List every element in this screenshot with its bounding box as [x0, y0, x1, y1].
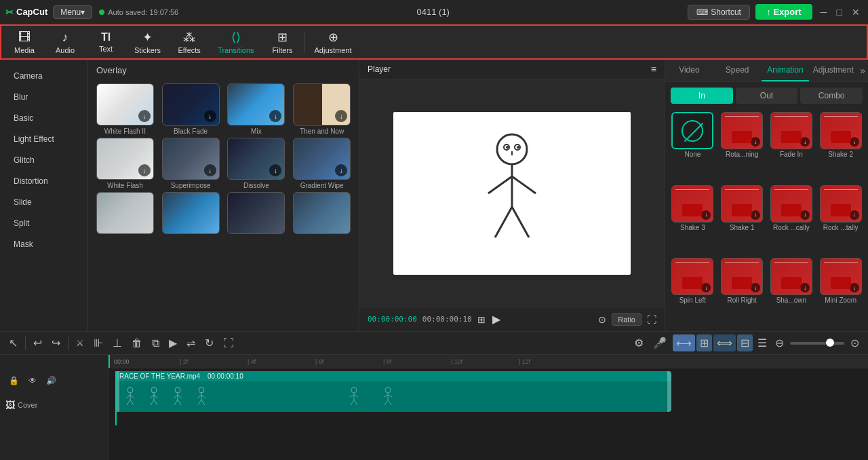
right-expand-button[interactable]: » — [857, 60, 868, 81]
maximize-button[interactable]: □ — [834, 5, 845, 19]
tab-adjustment[interactable]: Adjustment — [809, 60, 857, 81]
keyframe-button[interactable]: ⚙ — [631, 334, 647, 351]
ratio-button[interactable]: Ratio — [612, 313, 642, 326]
toolbar-text[interactable]: TI Text — [85, 28, 126, 56]
ruler-mark-0: 00:00 — [114, 358, 130, 365]
rotate-button[interactable]: ↻ — [201, 334, 217, 351]
anim-mini-zoom[interactable]: ↓ Mini Zoom — [817, 258, 864, 328]
split3-button[interactable]: ⊥ — [109, 334, 125, 351]
split-button[interactable]: ⚔ — [73, 336, 87, 350]
effect-then-and-now[interactable]: ↓ Then and Now — [290, 83, 353, 135]
sidebar-item-glitch[interactable]: Glitch — [3, 150, 85, 170]
play-button[interactable]: ▶ — [491, 311, 502, 327]
timeline-grid-button[interactable]: ⊞ — [477, 314, 486, 325]
effect-row3c[interactable] — [225, 192, 288, 236]
anim-roll-right[interactable]: ↓ Roll Right — [719, 258, 766, 328]
t1-button[interactable]: ⟷ — [673, 334, 695, 351]
effect-label-then-and-now: Then and Now — [300, 128, 344, 135]
clip-name: RACE OF THE YEAR.mp4 — [119, 372, 200, 380]
redo-button[interactable]: ↪ — [48, 334, 64, 351]
video-clip[interactable]: RACE OF THE YEAR.mp4 00:00:00:10 — [115, 371, 671, 412]
effect-label-mix: Mix — [251, 128, 262, 135]
toolbar-transitions[interactable]: ⟨⟩ Transitions — [210, 27, 262, 57]
fullscreen-button[interactable]: ⛶ — [647, 314, 656, 325]
toolbar-filters[interactable]: ⊞ Filters — [262, 27, 303, 57]
zoom-handle[interactable] — [826, 339, 834, 347]
sidebar-item-blur[interactable]: Blur — [3, 87, 85, 107]
effect-row3a[interactable] — [94, 192, 157, 236]
toolbar-stickers[interactable]: ✦ Stickers — [126, 27, 169, 57]
svg-line-9 — [495, 207, 512, 237]
flip-button[interactable]: ⇌ — [183, 334, 199, 351]
crop-button[interactable]: ⛶ — [220, 335, 237, 351]
effect-gradient-wipe[interactable]: ↓ Gradient Wipe — [290, 138, 353, 189]
player-menu-button[interactable]: ≡ — [651, 64, 656, 75]
effect-black-fade[interactable]: ↓ Black Fade — [159, 83, 222, 135]
clip-handle-right[interactable] — [667, 371, 671, 412]
subtab-in[interactable]: In — [671, 88, 733, 104]
anim-shake-3[interactable]: ↓ Shake 3 — [669, 185, 716, 256]
anim-thumb-roll-right: ↓ — [721, 258, 763, 295]
effect-dissolve[interactable]: ↓ Dissolve — [225, 138, 288, 189]
undo-button[interactable]: ↩ — [30, 334, 45, 351]
sidebar-item-mask[interactable]: Mask — [3, 234, 85, 254]
close-button[interactable]: ✕ — [849, 5, 863, 19]
anim-shake-1[interactable]: ↓ Shake 1 — [719, 185, 766, 256]
effect-white-flash-2[interactable]: ↓ White Flash — [94, 138, 157, 189]
sidebar-item-basic[interactable]: Basic — [3, 108, 85, 128]
minimize-button[interactable]: ─ — [818, 5, 830, 19]
anim-none[interactable]: None — [669, 112, 716, 183]
toolbar-media[interactable]: 🎞 Media — [4, 28, 45, 57]
delete-button[interactable]: 🗑 — [128, 335, 146, 351]
menu-button[interactable]: Menu▾ — [53, 5, 92, 19]
effect-row3b[interactable] — [159, 192, 222, 236]
anim-rotating[interactable]: ↓ Rota...ning — [719, 112, 766, 183]
audio-toggle-button[interactable]: 🔊 — [43, 374, 60, 387]
tab-animation[interactable]: Animation — [762, 60, 810, 81]
lock-button[interactable]: 🔒 — [5, 374, 22, 387]
toolbar-effects[interactable]: ⁂ Effects — [169, 27, 210, 57]
sidebar-item-split[interactable]: Split — [3, 213, 85, 233]
t3-button[interactable]: ⟺ — [713, 334, 736, 351]
fullscreen-hint-button[interactable]: ⊙ — [598, 314, 606, 325]
t5-button[interactable]: ☰ — [754, 334, 770, 351]
anim-label-rock-tally: Rock ...tally — [823, 224, 859, 231]
anim-rock-tally[interactable]: ↓ Rock ...tally — [817, 185, 864, 256]
shortcut-button[interactable]: ⌨ Shortcut — [688, 5, 750, 20]
anim-shake-2[interactable]: ↓ Shake 2 — [817, 112, 864, 183]
menu-label: Menu▾ — [60, 7, 85, 17]
sidebar-item-distortion[interactable]: Distortion — [3, 171, 85, 191]
copy-button[interactable]: ⧉ — [149, 335, 163, 351]
subtab-combo[interactable]: Combo — [800, 88, 863, 104]
split2-button[interactable]: ⊪ — [90, 334, 106, 351]
pointer-tool[interactable]: ↖ — [5, 334, 21, 351]
anim-sha-own[interactable]: ↓ Sha...own — [768, 258, 815, 328]
t2-button[interactable]: ⊞ — [696, 334, 712, 351]
svg-line-43 — [384, 395, 388, 397]
t4-button[interactable]: ⊟ — [737, 334, 753, 351]
effect-white-flash-ii[interactable]: ↓ White Flash II — [94, 83, 157, 135]
play-loop-button[interactable]: ▶ — [165, 334, 180, 351]
anim-rock-cally[interactable]: ↓ Rock ...cally — [768, 185, 815, 256]
t6-button[interactable]: ⊖ — [772, 334, 787, 351]
zoom-slider[interactable] — [790, 342, 844, 345]
toolbar-audio[interactable]: ♪ Audio — [45, 28, 85, 57]
anim-fade-in[interactable]: ↓ Fade In — [768, 112, 815, 183]
sidebar-item-camera[interactable]: Camera — [3, 66, 85, 86]
effect-row3d[interactable] — [290, 192, 353, 236]
effect-superimpose[interactable]: ↓ Superimpose — [159, 138, 222, 189]
timeline-main[interactable]: 00:00 | 2f | 4f | 6f | 8f | 10f | 12f RA… — [108, 355, 868, 460]
effect-thumb-row3a — [96, 192, 154, 234]
tab-speed[interactable]: Speed — [713, 60, 762, 81]
toolbar-adjustment[interactable]: ⊕ Adjustment — [307, 27, 360, 57]
subtab-out[interactable]: Out — [736, 88, 798, 104]
anim-spin-left[interactable]: ↓ Spin Left — [669, 258, 716, 328]
visibility-button[interactable]: 👁 — [25, 374, 40, 387]
effect-mix[interactable]: ↓ Mix — [225, 83, 288, 135]
tab-video[interactable]: Video — [665, 60, 713, 81]
zoom-target-button[interactable]: ⊙ — [847, 334, 863, 351]
sidebar-item-light-effect[interactable]: Light Effect — [3, 129, 85, 149]
sidebar-item-slide[interactable]: Slide — [3, 192, 85, 212]
export-button[interactable]: ↑ Export — [755, 4, 812, 20]
mic-button[interactable]: 🎤 — [650, 334, 670, 351]
